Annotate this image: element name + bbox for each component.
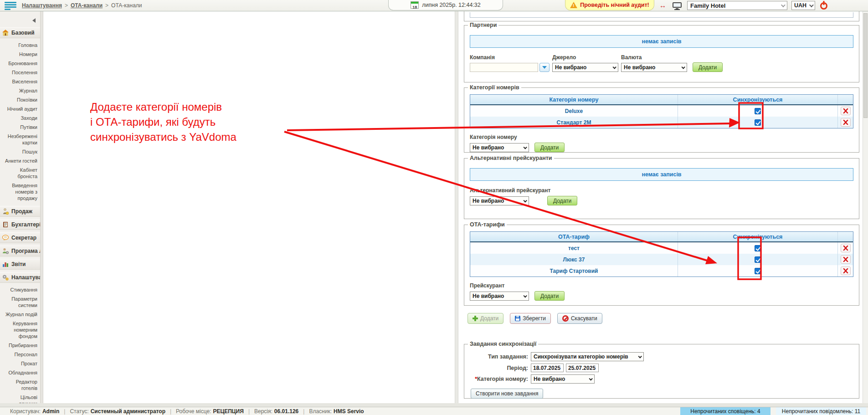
chevron-down-icon (809, 3, 814, 7)
task-category-select[interactable]: Не вибрано (531, 374, 595, 384)
secretary-icon (2, 234, 9, 241)
sidebar-item[interactable]: Виведення номерів з продажу (0, 181, 40, 203)
sidebar-item[interactable]: Анкети гостей (0, 156, 40, 165)
sidebar-item[interactable]: Керування номерним фондом (0, 319, 40, 341)
company-label: Компанія (470, 54, 550, 61)
breadcrumb-ota-channels[interactable]: ОТА-канали (71, 2, 103, 9)
unread-notifications-badge[interactable]: Непрочитаних сповіщень: 4 (680, 407, 770, 415)
monitor-icon[interactable] (673, 2, 682, 10)
sidebar-item[interactable]: Журнал подій (0, 310, 40, 319)
sidebar-item[interactable]: Поселення (0, 68, 40, 77)
room-category-add-button[interactable]: Додати (534, 143, 565, 152)
column-header-sync: Синхронізуються (678, 95, 837, 104)
delete-button[interactable] (841, 107, 851, 115)
sidebar-section-sales[interactable]: Продаж (0, 206, 40, 217)
currency-select[interactable]: Не вибрано (621, 63, 687, 72)
date-time-pill[interactable]: 18 липня 2025р. 12:44:32 (388, 0, 503, 10)
panel-scrollbar[interactable] (863, 11, 868, 403)
sidebar-item[interactable]: Покоївки (0, 95, 40, 104)
sidebar-item[interactable]: Путівки (0, 123, 40, 132)
add-button-disabled[interactable]: Додати (467, 313, 503, 324)
sidebar-item[interactable]: Цільові рахунки (0, 393, 40, 403)
pricelist-add-button[interactable]: Додати (534, 291, 565, 301)
source-select-value: Не вибрано (555, 64, 586, 71)
sidebar-item[interactable]: Редактор готелів (0, 377, 40, 393)
period-to-input[interactable]: 25.07.2025 (566, 364, 599, 372)
sidebar-item[interactable]: Прибирання (0, 341, 40, 350)
create-task-button[interactable]: Створити нове завдання (471, 389, 543, 399)
sidebar-item[interactable]: Незбережені картки (0, 132, 40, 147)
delete-button[interactable] (841, 255, 851, 264)
unread-messages-badge[interactable]: Непрочитаних повідомлень: 11 (776, 407, 866, 415)
alt-pricelist-select[interactable]: Не вибрано (470, 196, 529, 205)
sidebar-item[interactable]: Номери (0, 50, 40, 59)
sidebar-collapse-button[interactable] (0, 16, 40, 25)
sync-checkbox[interactable] (755, 268, 761, 274)
panel-scrollbar-thumb[interactable] (863, 13, 868, 118)
sidebar-section-settings[interactable]: Налаштуван (0, 272, 40, 283)
breadcrumb-separator: > (105, 2, 108, 9)
chevron-down-icon (523, 199, 527, 202)
sync-checkbox[interactable] (755, 256, 761, 263)
breadcrumb-settings[interactable]: Налаштування (22, 2, 62, 9)
hotel-selector[interactable]: Family Hotel (687, 1, 787, 10)
room-category-select[interactable]: Не вибрано (470, 143, 529, 152)
night-audit-warning[interactable]: Проведіть нічний аудит! (565, 0, 654, 10)
sidebar-section-secretary[interactable]: Секретар (0, 232, 40, 243)
room-categories-legend: Категорії номерів (468, 84, 521, 91)
currency-selector[interactable]: UAH (791, 1, 815, 10)
sidebar-item[interactable]: Персонал (0, 350, 40, 359)
menu-icon[interactable] (5, 2, 17, 10)
sidebar-item[interactable]: Головна (0, 41, 40, 50)
cancel-button[interactable]: Скасувати (557, 313, 602, 324)
sidebar-section-loyalty[interactable]: Програма ло (0, 246, 40, 256)
partners-group: Партнери немає записів Компанія Джерело … (464, 25, 859, 82)
period-from-input[interactable]: 18.07.2025 (531, 364, 564, 372)
category-name: Стандарт 2М (470, 117, 678, 128)
save-button[interactable]: Зберегти (510, 313, 551, 324)
source-select[interactable]: Не вибрано (552, 63, 618, 72)
sidebar-section-reports[interactable]: Звіти (0, 259, 40, 270)
content-scrollbar[interactable] (455, 11, 458, 403)
delete-button[interactable] (841, 118, 851, 127)
power-icon[interactable] (820, 2, 827, 10)
cancel-icon (562, 315, 569, 322)
sidebar-item[interactable]: Параметри системи (0, 294, 40, 310)
ota-settings-panel: Партнери немає записів Компанія Джерело … (458, 11, 863, 403)
sidebar-item[interactable]: Бронювання (0, 59, 40, 68)
sidebar-section-accounting[interactable]: Бухгалтерія (0, 219, 40, 230)
swap-arrows-icon[interactable]: ↔ (659, 1, 666, 9)
sidebar-item[interactable]: Заходи (0, 113, 40, 123)
save-button-label: Зберегти (523, 315, 546, 322)
sidebar-item[interactable]: Пошук (0, 147, 40, 156)
sidebar-item[interactable]: Стикування (0, 285, 40, 294)
chevron-down-icon (523, 145, 527, 149)
delete-button[interactable] (841, 244, 851, 252)
company-dropdown-icon[interactable] (539, 63, 550, 72)
alt-pricelist-add-button[interactable]: Додати (547, 196, 577, 205)
sync-checkbox[interactable] (755, 108, 761, 114)
pricelist-select-value: Не вибрано (473, 293, 504, 299)
delete-button[interactable] (841, 266, 851, 275)
tariff-name: тест (470, 242, 678, 254)
sidebar-item[interactable]: Прокат (0, 359, 40, 368)
pricelist-select[interactable]: Не вибрано (470, 292, 529, 301)
warning-icon (570, 2, 577, 8)
sidebar-item[interactable]: Кабінет броніста (0, 165, 40, 181)
company-input[interactable] (470, 63, 538, 72)
sync-checkbox[interactable] (755, 245, 761, 251)
sidebar-item[interactable]: Обладнання (0, 368, 40, 377)
annotation-line: Додаєте категорії номерів (90, 99, 236, 114)
cancel-button-label: Скасувати (571, 315, 597, 322)
sidebar-item[interactable]: Нічний аудит (0, 104, 40, 113)
sync-checkbox[interactable] (755, 119, 761, 126)
partners-add-button[interactable]: Додати (693, 62, 723, 72)
sidebar-item[interactable]: Виселення (0, 77, 40, 86)
task-type-select[interactable]: Синхронізувати категорію номерів (531, 352, 644, 361)
room-category-select-label: Категорія номеру (470, 134, 853, 140)
room-categories-table: Категорія номеру Синхронізуються Deluxe (470, 94, 853, 128)
sidebar-item[interactable]: Журнал (0, 86, 40, 95)
currency-label: Валюта (621, 54, 687, 61)
sidebar-section-basic[interactable]: Базовий (0, 27, 40, 38)
separator: | (303, 408, 304, 415)
